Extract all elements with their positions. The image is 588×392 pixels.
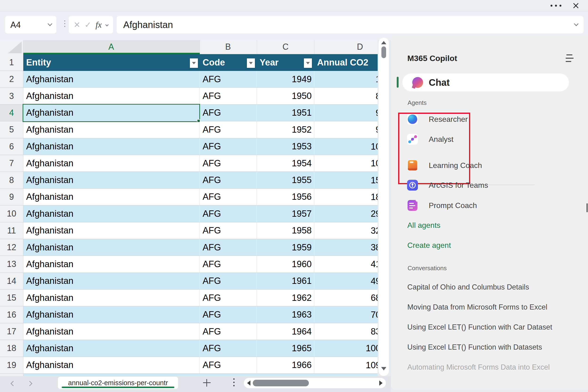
agent-item-prompt-coach[interactable]: Prompt Coach — [402, 197, 544, 214]
header-cell-co2[interactable]: Annual CO2 — [314, 54, 378, 71]
all-agents-link[interactable]: All agents — [407, 221, 440, 230]
cell-co2[interactable]: 9 — [314, 104, 378, 121]
chevron-down-icon[interactable] — [105, 23, 108, 26]
cell-entity[interactable]: Afghanistan — [23, 290, 200, 306]
filter-button-code[interactable] — [247, 58, 255, 68]
cell-entity[interactable]: Afghanistan — [23, 155, 200, 172]
row-number[interactable]: 9 — [0, 189, 23, 206]
cell-co2[interactable]: 10 — [314, 138, 378, 155]
cell-code[interactable]: AFG — [200, 222, 257, 239]
cell-code[interactable]: AFG — [200, 189, 257, 206]
cell-year[interactable]: 1951 — [257, 104, 314, 121]
filter-button-year[interactable] — [304, 58, 312, 68]
conversation-item[interactable]: Using Excel LET() Function with Car Data… — [407, 317, 579, 337]
row-number[interactable]: 11 — [0, 222, 23, 239]
row-number[interactable]: 13 — [0, 256, 23, 272]
cell-year[interactable]: 1958 — [257, 222, 314, 239]
cell-entity[interactable]: Afghanistan — [23, 206, 200, 222]
agent-item-learning-coach[interactable]: Learning Coach — [402, 157, 544, 174]
cell-year[interactable]: 1966 — [257, 357, 314, 374]
next-sheet-icon[interactable] — [27, 381, 32, 386]
cell-co2[interactable]: 38 — [314, 239, 378, 256]
header-cell-entity[interactable]: Entity — [23, 54, 200, 71]
row-number[interactable]: 10 — [0, 206, 23, 222]
cell-co2[interactable]: 83 — [314, 323, 378, 340]
insert-function-icon[interactable]: fx — [96, 20, 102, 30]
cell-co2[interactable]: 18 — [314, 189, 378, 206]
cell-year[interactable]: 1950 — [257, 88, 314, 104]
row-number[interactable]: 5 — [0, 121, 23, 138]
cell-year[interactable]: 1953 — [257, 138, 314, 155]
conversation-item[interactable]: Using Excel LET() Function with Datasets — [407, 337, 579, 357]
row-number[interactable]: 17 — [0, 323, 23, 340]
cell-year[interactable]: 1952 — [257, 121, 314, 138]
formula-input[interactable]: Afghanistan — [116, 16, 584, 34]
cell-co2[interactable]: 41 — [314, 256, 378, 272]
chat-button[interactable]: Chat — [402, 74, 569, 92]
row-number[interactable]: 12 — [0, 239, 23, 256]
column-header-b[interactable]: B — [225, 42, 231, 52]
cell-code[interactable]: AFG — [200, 104, 257, 121]
fill-handle[interactable] — [197, 119, 200, 122]
cell-entity[interactable]: Afghanistan — [23, 256, 200, 272]
cell-code[interactable]: AFG — [200, 172, 257, 188]
agent-item-analyst[interactable]: Analyst — [402, 131, 544, 148]
cell-entity[interactable]: Afghanistan — [23, 357, 200, 374]
cell-code[interactable]: AFG — [200, 273, 257, 290]
cell-co2[interactable]: 8 — [314, 88, 378, 104]
pane-menu-icon[interactable] — [564, 54, 574, 62]
column-header-c[interactable]: C — [282, 42, 288, 52]
row-number[interactable]: 8 — [0, 172, 23, 188]
cell-co2[interactable]: 70 — [314, 306, 378, 323]
cell-co2[interactable]: 29 — [314, 206, 378, 222]
cell-entity[interactable]: Afghanistan — [23, 104, 200, 121]
column-header-a[interactable]: A — [108, 42, 114, 52]
vertical-scrollbar-thumb[interactable] — [382, 46, 386, 58]
vertical-scrollbar[interactable] — [378, 38, 389, 376]
cell-entity[interactable]: Afghanistan — [23, 273, 200, 290]
cell-co2[interactable]: 32 — [314, 222, 378, 239]
cell-code[interactable]: AFG — [200, 290, 257, 306]
cell-code[interactable]: AFG — [200, 306, 257, 323]
conversation-item[interactable]: Automating Microsoft Forms Data into Exc… — [407, 357, 579, 377]
cell-entity[interactable]: Afghanistan — [23, 340, 200, 357]
cell-entity[interactable]: Afghanistan — [23, 88, 200, 104]
cell-entity[interactable]: Afghanistan — [23, 306, 200, 323]
cell-year[interactable]: 1954 — [257, 155, 314, 172]
sheet-tab[interactable]: annual-co2-emissions-per-countr — [58, 377, 178, 389]
cell-code[interactable]: AFG — [200, 88, 257, 104]
conversation-item[interactable]: Moving Data from Microsoft Forms to Exce… — [407, 297, 579, 317]
scroll-up-icon[interactable] — [381, 41, 386, 44]
cell-co2[interactable]: 100 — [314, 340, 378, 357]
column-header-d[interactable]: D — [357, 42, 363, 52]
scroll-left-icon[interactable] — [247, 380, 250, 386]
cell-year[interactable]: 1955 — [257, 172, 314, 188]
horizontal-scrollbar[interactable] — [244, 378, 386, 388]
cell-code[interactable]: AFG — [200, 357, 257, 374]
conversation-item[interactable]: Capital of Ohio and Columbus Details — [407, 277, 579, 297]
cell-year[interactable]: 1965 — [257, 340, 314, 357]
cancel-entry-icon[interactable]: ✕ — [74, 20, 80, 30]
cell-entity[interactable]: Afghanistan — [23, 121, 200, 138]
row-number[interactable]: 6 — [0, 138, 23, 155]
cell-year[interactable]: 1964 — [257, 323, 314, 340]
cell-year[interactable]: 1959 — [257, 239, 314, 256]
cell-co2[interactable]: 1 — [314, 71, 378, 88]
confirm-entry-icon[interactable]: ✓ — [84, 20, 92, 30]
cell-code[interactable]: AFG — [200, 340, 257, 357]
scroll-right-icon[interactable] — [379, 380, 382, 386]
cell-entity[interactable]: Afghanistan — [23, 189, 200, 206]
cell-entity[interactable]: Afghanistan — [23, 138, 200, 155]
agent-item-arcgis[interactable]: ArcGIS for Teams — [402, 177, 544, 194]
cell-co2[interactable]: 9 — [314, 121, 378, 138]
cell-code[interactable]: AFG — [200, 323, 257, 340]
cell-year[interactable]: 1956 — [257, 189, 314, 206]
row-number[interactable]: 4 — [0, 104, 23, 121]
cell-entity[interactable]: Afghanistan — [23, 323, 200, 340]
row-number[interactable]: 19 — [0, 357, 23, 374]
cell-entity[interactable]: Afghanistan — [23, 239, 200, 256]
row-number[interactable]: 18 — [0, 340, 23, 357]
cell-co2[interactable]: 10 — [314, 155, 378, 172]
cell-code[interactable]: AFG — [200, 121, 257, 138]
cell-co2[interactable]: 68 — [314, 290, 378, 306]
